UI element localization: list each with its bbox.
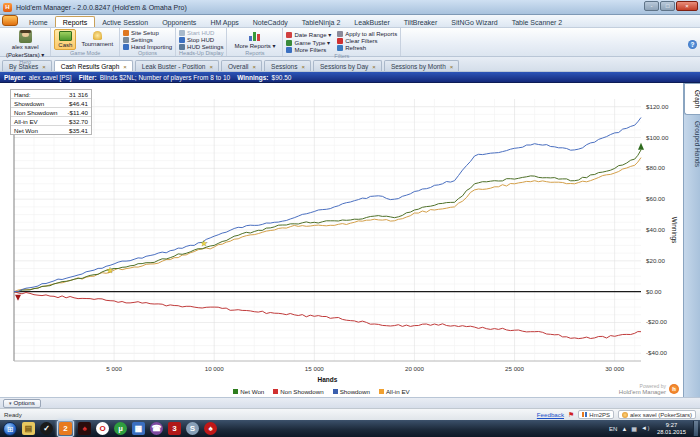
menu-tab-home[interactable]: Home xyxy=(22,17,55,27)
legend-item-net-won: Net Won xyxy=(233,388,264,395)
report-tab-sessions-by-day[interactable]: Sessions by Day× xyxy=(313,60,382,71)
report-tab-sessions-by-month[interactable]: Sessions by Month× xyxy=(384,60,459,71)
close-tab-icon[interactable]: × xyxy=(450,64,454,70)
chevron-down-icon: ▾ xyxy=(9,399,12,407)
network-icon[interactable]: ▦ xyxy=(631,425,637,432)
checkmark-app-icon[interactable]: ✓ xyxy=(39,421,54,436)
site-setup-button[interactable]: Site Setup xyxy=(123,30,172,36)
hm2ps-indicator[interactable]: Hm2PS xyxy=(578,410,614,419)
side-tab-bar: GraphGrouped Hands xyxy=(683,83,700,397)
report-tab-overall[interactable]: Overall× xyxy=(221,60,262,71)
ribbon-group-filters: Date Range ▾Game Type ▾More Filters Appl… xyxy=(283,28,401,56)
game-type-label: Game Type ▾ xyxy=(294,39,330,46)
legend-label: Non Showdown xyxy=(280,388,323,395)
tray-expand-icon[interactable]: ▲ xyxy=(621,426,627,432)
close-tab-icon[interactable]: × xyxy=(372,64,376,70)
explorer-folder-icon[interactable]: ▤ xyxy=(21,421,36,436)
minimize-button[interactable]: - xyxy=(644,1,659,11)
y-axis-title: Winnings xyxy=(670,217,678,244)
note-marker-2-icon: ★ xyxy=(201,239,208,248)
menu-tab-hm-apps[interactable]: HM Apps xyxy=(203,17,245,27)
close-tab-icon[interactable]: × xyxy=(209,64,213,70)
x-tick-label: 30 000 xyxy=(605,365,624,372)
player-value: alex savel [PS] xyxy=(29,74,72,81)
hero-selector-button[interactable]: alex savel (PokerStars) ▾ xyxy=(3,29,47,59)
menu-tab-sitngo-wizard[interactable]: SitNGo Wizard xyxy=(444,17,504,27)
feedback-link[interactable]: Feedback xyxy=(537,411,564,418)
settings-gear-icon xyxy=(123,37,129,43)
menu-tab-reports[interactable]: Reports xyxy=(55,16,96,27)
tournament-mode-button[interactable]: Tournament xyxy=(78,29,116,50)
pokerstars-spade-icon[interactable]: ♠ xyxy=(77,421,92,436)
y-tick-label: $120.00 xyxy=(646,103,669,110)
show-desktop-button[interactable] xyxy=(693,421,698,436)
refresh-button[interactable]: Refresh xyxy=(337,45,397,51)
more-reports-button[interactable]: More Reports ▾ xyxy=(230,29,279,50)
stats-label: Non Showdown xyxy=(11,108,61,117)
apply-to-all-reports-button[interactable]: Apply to all Reports xyxy=(337,31,397,37)
start-button[interactable]: ⊞ xyxy=(2,421,18,437)
settings-button[interactable]: Settings xyxy=(123,37,172,43)
results-graph: $120.00$100.00$80.00$60.00$40.00$20.00$0… xyxy=(0,83,683,397)
menu-tab-active-session[interactable]: Active Session xyxy=(95,17,155,27)
legend-swatch-icon xyxy=(333,389,338,394)
close-tab-icon[interactable]: × xyxy=(123,64,127,70)
maximize-button[interactable]: □ xyxy=(660,1,675,11)
report-tab-cash-results-graph[interactable]: Cash Results Graph× xyxy=(54,60,133,71)
clear-filters-button[interactable]: Clear Filters xyxy=(337,38,397,44)
skype-icon-glyph: S xyxy=(186,422,199,435)
viber-icon[interactable]: ☎ xyxy=(149,421,164,436)
taskbar-button-holdem-manager-2-icon[interactable]: 2 xyxy=(57,420,74,437)
start-hud-button[interactable]: Start HUD xyxy=(179,30,223,36)
report-tab-leak-buster-position[interactable]: Leak Buster - Position× xyxy=(135,60,219,71)
menu-tab-table-scanner-2[interactable]: Table Scanner 2 xyxy=(505,17,570,27)
red-ring-icon[interactable]: O xyxy=(95,421,110,436)
import-tool-icon[interactable]: ▦ xyxy=(131,421,146,436)
game-type-button[interactable]: Game Type ▾ xyxy=(286,39,331,46)
flag-icon[interactable]: ⚑ xyxy=(568,411,574,419)
graph-legend: Net WonNon ShowdownShowdownAll-in EV xyxy=(0,388,643,395)
menu-tab-notecaddy[interactable]: NoteCaddy xyxy=(246,17,295,27)
ribbon-group-hud: Start HUDStop HUDHUD Settings Heads-Up D… xyxy=(176,28,227,56)
cash-mode-button[interactable]: Cash xyxy=(54,29,76,50)
ribbon: alex savel (PokerStars) ▾ Hero Cash Tour… xyxy=(0,28,700,57)
volume-icon[interactable]: ◄） xyxy=(641,424,653,433)
note-marker-1-icon: ★ xyxy=(107,266,114,275)
menu-tab-tiltbreaker[interactable]: TiltBreaker xyxy=(397,17,445,27)
help-icon[interactable]: ? xyxy=(688,40,697,49)
explorer-folder-icon-glyph: ▤ xyxy=(22,422,35,435)
menu-tab-opponents[interactable]: Opponents xyxy=(155,17,203,27)
language-indicator[interactable]: EN xyxy=(609,426,617,432)
report-tab-sessions[interactable]: Sessions× xyxy=(264,60,311,71)
reports-chart-icon xyxy=(249,30,260,41)
pokerstars-club-icon[interactable]: ♠ xyxy=(203,421,218,436)
stats-row: Non Showdown-$11.40 xyxy=(11,108,91,117)
menu-tab-tableninja-2[interactable]: TableNinja 2 xyxy=(295,17,348,27)
options-button[interactable]: ▾ Options xyxy=(3,399,41,408)
holdem-manager-logo-icon: h xyxy=(669,384,679,394)
application-menu-button[interactable] xyxy=(2,15,18,26)
legend-label: Showdown xyxy=(340,388,370,395)
close-tab-icon[interactable]: × xyxy=(301,64,305,70)
clock[interactable]: 9:27 28.01.2015 xyxy=(657,422,686,435)
account-label: alex savel (PokerStars) xyxy=(630,412,692,418)
utorrent-icon[interactable]: µ xyxy=(113,421,128,436)
group-caption-options: Options xyxy=(123,50,172,57)
legend-item-showdown: Showdown xyxy=(333,388,370,395)
report-tab-label: Sessions by Month xyxy=(391,63,446,70)
menu-tab-leakbuster[interactable]: LeakBuster xyxy=(347,17,396,27)
side-tab-graph[interactable]: Graph xyxy=(684,83,700,115)
results-graph-panel: $120.00$100.00$80.00$60.00$40.00$20.00$0… xyxy=(0,83,683,397)
red-3-icon[interactable]: 3 xyxy=(167,421,182,436)
account-indicator[interactable]: alex savel (PokerStars) xyxy=(618,410,696,419)
date-range-icon xyxy=(286,32,292,38)
cash-icon xyxy=(59,31,72,41)
start-hud-label: Start HUD xyxy=(187,30,214,36)
close-tab-icon[interactable]: × xyxy=(253,64,257,70)
date-range-button[interactable]: Date Range ▾ xyxy=(286,31,331,38)
more-reports-label: More Reports ▾ xyxy=(234,42,275,49)
side-tab-grouped-hands[interactable]: Grouped Hands xyxy=(684,115,700,173)
close-button[interactable]: × xyxy=(676,1,698,11)
stop-hud-button[interactable]: Stop HUD xyxy=(179,37,223,43)
skype-icon[interactable]: S xyxy=(185,421,200,436)
